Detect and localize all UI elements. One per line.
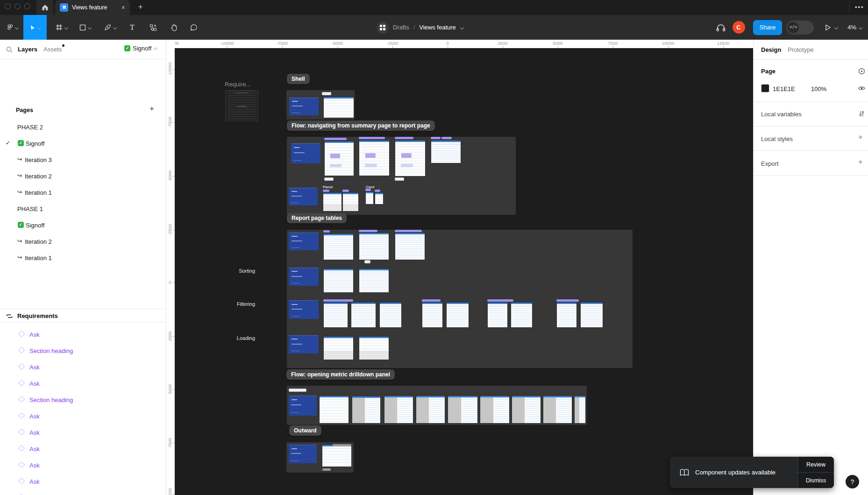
requirement-layer-item[interactable]: Ask xyxy=(0,474,166,490)
component-name-pill[interactable] xyxy=(359,137,385,139)
component-name-pill[interactable] xyxy=(422,299,441,302)
frame-name-pill[interactable] xyxy=(364,260,370,263)
sidebar-page-item[interactable]: ✓Signoff xyxy=(0,217,166,233)
requirement-layer-item[interactable]: Ask xyxy=(0,457,166,474)
app-window-frame-thumbnail[interactable] xyxy=(342,192,359,212)
share-button[interactable]: Share xyxy=(753,20,783,35)
component-name-pill[interactable] xyxy=(395,230,422,232)
section-name-chip[interactable]: Flow: navigating from summary page to re… xyxy=(287,120,435,131)
shape-tool-button[interactable] xyxy=(76,15,95,40)
app-window-frame-thumbnail[interactable] xyxy=(324,141,354,176)
component-name-pill[interactable] xyxy=(324,138,347,140)
apps-grid-icon[interactable] xyxy=(377,21,389,34)
app-window-frame-thumbnail[interactable] xyxy=(323,97,354,118)
requirement-layer-item[interactable]: Ask xyxy=(0,490,166,495)
app-window-frame-thumbnail[interactable] xyxy=(352,396,381,424)
frame-name-label[interactable]: Require... xyxy=(225,81,251,88)
styles-icon[interactable] xyxy=(858,68,865,75)
component-name-pill[interactable] xyxy=(323,230,330,233)
app-window-frame-thumbnail[interactable] xyxy=(512,396,541,424)
app-window-frame-thumbnail[interactable] xyxy=(431,140,461,163)
app-window-frame-thumbnail[interactable] xyxy=(556,302,577,328)
search-icon[interactable] xyxy=(6,46,13,53)
status-filter-dropdown[interactable]: ✓ Signoff xyxy=(124,45,157,52)
sidebar-page-item[interactable]: ↪Iteration 2 xyxy=(0,168,166,184)
slide-frame-thumbnail[interactable] xyxy=(289,98,319,115)
page-color-swatch[interactable] xyxy=(761,84,769,92)
app-window-frame-thumbnail[interactable] xyxy=(322,445,352,467)
requirement-layer-item[interactable]: Ask xyxy=(0,424,166,441)
component-name-pill[interactable] xyxy=(323,190,329,192)
sidebar-page-item[interactable]: ↪Iteration 1 xyxy=(0,250,166,266)
sidebar-page-item[interactable]: ✓✓Signoff xyxy=(0,135,166,152)
app-window-frame-thumbnail[interactable] xyxy=(323,233,354,260)
app-window-frame-thumbnail[interactable] xyxy=(422,302,443,328)
frame-name-pill[interactable] xyxy=(324,177,334,181)
present-control[interactable] xyxy=(824,24,838,31)
app-window-frame-thumbnail[interactable] xyxy=(365,191,374,205)
app-window-frame-thumbnail[interactable] xyxy=(574,396,586,424)
frame-name-pill[interactable] xyxy=(395,177,404,181)
app-window-frame-thumbnail[interactable] xyxy=(375,192,384,205)
slide-frame-thumbnail[interactable] xyxy=(291,143,320,163)
requirement-layer-item[interactable]: Ask xyxy=(0,375,166,392)
component-name-pill[interactable] xyxy=(342,190,349,192)
tab-design[interactable]: Design xyxy=(761,46,781,53)
add-export-button[interactable]: + xyxy=(858,158,862,166)
visibility-eye-icon[interactable] xyxy=(858,85,865,91)
app-window-frame-thumbnail[interactable] xyxy=(323,192,342,212)
home-button[interactable] xyxy=(36,0,53,15)
actions-tool-button[interactable] xyxy=(146,15,161,40)
section-name-chip[interactable]: Report page tables xyxy=(287,213,347,223)
component-name-pill[interactable] xyxy=(375,190,380,192)
app-window-frame-thumbnail[interactable] xyxy=(416,396,445,424)
new-tab-button[interactable]: + xyxy=(138,3,142,11)
app-window-frame-thumbnail[interactable] xyxy=(351,302,376,328)
sidebar-page-item[interactable]: PHASE 1 xyxy=(0,201,166,217)
component-name-pill[interactable] xyxy=(323,299,353,302)
help-button[interactable]: ? xyxy=(846,475,859,488)
move-tool-button[interactable] xyxy=(23,15,47,40)
app-window-frame-thumbnail[interactable] xyxy=(384,396,413,424)
app-window-frame-thumbnail[interactable] xyxy=(487,302,508,328)
page-color-opacity[interactable]: 100% xyxy=(811,85,826,92)
app-window-frame-thumbnail[interactable] xyxy=(323,302,348,328)
component-name-pill[interactable] xyxy=(395,137,413,139)
requirement-layer-item[interactable]: Ask xyxy=(0,441,166,457)
page-color-hex[interactable]: 1E1E1E xyxy=(773,85,795,92)
requirement-layer-item[interactable]: Ask xyxy=(0,326,166,343)
slide-frame-thumbnail[interactable] xyxy=(289,233,319,250)
requirement-layer-item[interactable]: Section heading xyxy=(0,392,166,408)
app-window-frame-thumbnail[interactable] xyxy=(323,336,354,360)
tab-overflow-menu[interactable]: ••• xyxy=(855,4,864,11)
variables-sliders-icon[interactable] xyxy=(858,110,865,117)
main-menu-button[interactable] xyxy=(4,15,21,40)
sidebar-page-item[interactable]: ↪Iteration 1 xyxy=(0,184,166,201)
slide-frame-thumbnail[interactable] xyxy=(289,335,319,354)
zoom-level-control[interactable]: 4% xyxy=(847,24,862,31)
app-window-frame-thumbnail[interactable] xyxy=(359,140,390,176)
component-name-pill[interactable] xyxy=(431,137,441,139)
app-window-frame-thumbnail[interactable] xyxy=(359,269,389,293)
add-page-button[interactable]: + xyxy=(149,104,154,113)
frame-name-pill[interactable] xyxy=(289,389,306,392)
breadcrumb-file[interactable]: Views feature xyxy=(419,24,456,31)
component-name-pill[interactable] xyxy=(365,189,371,191)
component-name-pill[interactable] xyxy=(359,230,377,232)
tab-layers[interactable]: Layers xyxy=(18,46,37,53)
dev-mode-toggle[interactable]: </> xyxy=(786,21,814,35)
frame-name-pill[interactable] xyxy=(333,444,351,446)
section-name-chip[interactable]: Flow: opening metric drilldown panel xyxy=(286,369,395,380)
app-window-frame-thumbnail[interactable] xyxy=(446,302,469,328)
slide-frame-thumbnail[interactable] xyxy=(289,268,319,286)
tab-prototype[interactable]: Prototype xyxy=(788,46,814,53)
slide-frame-thumbnail[interactable] xyxy=(289,445,317,463)
comment-tool-button[interactable] xyxy=(186,15,202,40)
component-name-pill[interactable] xyxy=(556,299,579,302)
app-window-frame-thumbnail[interactable] xyxy=(319,396,349,424)
chevron-down-icon[interactable] xyxy=(460,26,464,29)
requirement-layer-item[interactable]: Ask xyxy=(0,408,166,424)
audio-headphones-icon[interactable] xyxy=(716,22,726,32)
app-window-frame-thumbnail[interactable] xyxy=(580,302,603,328)
pen-tool-button[interactable] xyxy=(100,15,120,40)
